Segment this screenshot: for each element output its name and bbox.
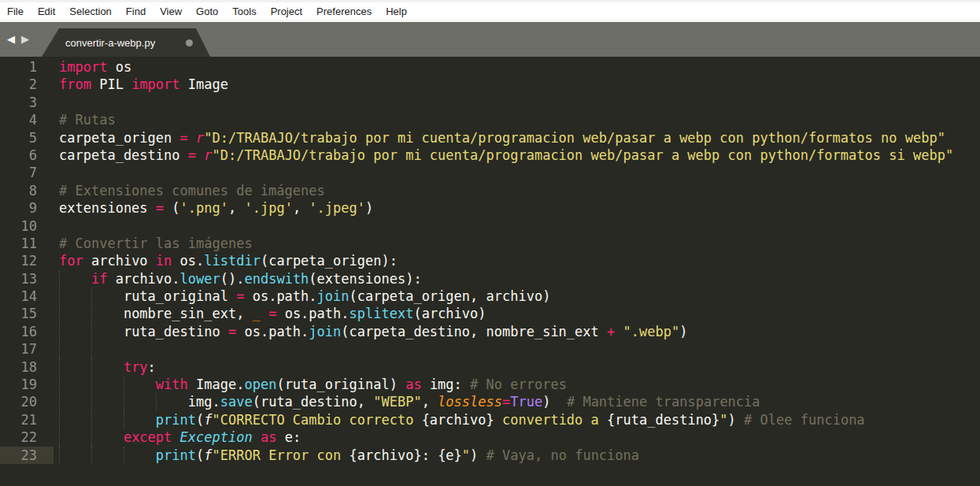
code-line-content: try:	[54, 358, 980, 376]
code-token: (	[164, 200, 179, 216]
tab-title: convertir-a-webp.py	[65, 37, 155, 49]
menu-item-find[interactable]: Find	[119, 6, 153, 17]
code-token: e:	[276, 429, 301, 445]
code-line-content: ruta_destino = os.path.join(carpeta_dest…	[54, 323, 980, 340]
indent-guide	[91, 305, 92, 322]
code-line[interactable]: 23 print(f"ERROR Error con {archivo}: {e…	[0, 447, 980, 464]
code-token: import	[131, 76, 179, 92]
menu-item-help[interactable]: Help	[379, 6, 414, 17]
code-token: "CORRECTO Cambio correcto	[213, 412, 422, 428]
code-line[interactable]: 9extensiones = ('.png', '.jpg', '.jpeg')	[0, 199, 980, 217]
code-token: f	[204, 447, 212, 463]
code-line-content: from PIL import Image	[54, 76, 980, 93]
menu-item-tools[interactable]: Tools	[225, 6, 263, 17]
code-token: ".webp"	[623, 324, 680, 339]
code-line[interactable]: 1import os	[0, 58, 980, 76]
code-line[interactable]: 4# Rutas	[0, 111, 980, 128]
code-token: True	[510, 394, 542, 410]
code-line-content: carpeta_destino = r"D:/TRABAJO/trabajo p…	[54, 147, 980, 164]
code-token: # Vaya, no funciona	[486, 447, 639, 463]
code-line[interactable]: 14 ruta_original = os.path.join(carpeta_…	[0, 288, 980, 305]
file-tab[interactable]: convertir-a-webp.py	[42, 28, 210, 57]
nav-back-icon[interactable]: ◀	[7, 33, 15, 46]
line-number: 10	[0, 217, 54, 235]
code-token: carpeta_origen	[59, 130, 180, 146]
code-line[interactable]: 15 nombre_sin_ext, _ = os.path.splitext(…	[0, 305, 980, 322]
code-token: (	[196, 447, 204, 463]
code-token: in	[156, 253, 172, 269]
line-number: 7	[0, 164, 54, 181]
code-line[interactable]: 18 try:	[0, 358, 980, 376]
code-token: ,	[293, 200, 309, 216]
line-number: 5	[0, 129, 54, 147]
code-line[interactable]: 22 except Exception as e:	[0, 428, 980, 446]
code-line[interactable]: 2from PIL import Image	[0, 76, 980, 93]
menu-item-goto[interactable]: Goto	[189, 6, 225, 17]
menu-item-file[interactable]: File	[0, 6, 31, 17]
code-token: '.jpeg'	[309, 200, 365, 216]
menu-item-edit[interactable]: Edit	[31, 6, 62, 17]
code-line[interactable]: 6carpeta_destino = r"D:/TRABAJO/trabajo …	[0, 147, 980, 164]
editor[interactable]: 1import os2from PIL import Image34# Ruta…	[0, 57, 980, 486]
menu-item-view[interactable]: View	[153, 6, 189, 17]
code-token: :	[422, 447, 438, 463]
code-token: =	[268, 306, 276, 321]
line-number: 8	[0, 182, 54, 199]
code-line[interactable]: 7	[0, 164, 980, 181]
menu-item-project[interactable]: Project	[264, 6, 309, 17]
code-line[interactable]: 10	[0, 217, 980, 235]
code-token: _	[253, 306, 261, 321]
code-line[interactable]: 8# Extensiones comunes de imágenes	[0, 182, 980, 199]
line-number: 16	[0, 323, 54, 340]
code-token: ruta_destino	[124, 324, 228, 339]
code-line-content: with Image.open(ruta_original) as img: #…	[54, 376, 980, 393]
code-line-content: extensiones = ('.png', '.jpg', '.jpeg')	[54, 199, 980, 217]
code-line[interactable]: 5carpeta_origen = r"D:/TRABAJO/trabajo p…	[0, 129, 980, 147]
code-token: img.	[188, 394, 220, 410]
code-token: (ruta_original)	[276, 377, 405, 392]
indent-guide	[91, 288, 92, 305]
code-token: ,	[228, 200, 244, 216]
code-line[interactable]: 21 print(f"CORRECTO Cambio correcto {arc…	[0, 411, 980, 428]
indent-guide	[59, 323, 60, 340]
code-line[interactable]: 3	[0, 94, 980, 111]
line-number: 20	[0, 393, 54, 410]
nav-forward-icon[interactable]: ▶	[21, 33, 29, 46]
code-token: archivo.	[107, 271, 179, 287]
code-line[interactable]: 19 with Image.open(ruta_original) as img…	[0, 376, 980, 393]
line-number: 4	[0, 111, 54, 128]
code-token: os.	[172, 253, 204, 269]
code-token: listdir	[204, 253, 261, 269]
code-token: convertido a	[494, 412, 607, 428]
code-token: os.path.	[236, 324, 309, 339]
code-token: (	[196, 412, 204, 428]
code-line[interactable]: 12for archivo in os.listdir(carpeta_orig…	[0, 252, 980, 269]
indent-guide	[91, 393, 92, 410]
code-token: =	[156, 200, 164, 216]
code-token: "	[462, 447, 470, 463]
line-number: 15	[0, 305, 54, 322]
code-token: (ruta_destino,	[253, 394, 374, 410]
line-number: 12	[0, 252, 54, 269]
code-token: print	[156, 447, 196, 463]
line-number: 1	[0, 58, 54, 76]
code-token: )	[728, 412, 744, 428]
code-token: ,	[422, 394, 438, 410]
indent-guide	[91, 340, 92, 358]
menu-item-selection[interactable]: Selection	[62, 6, 118, 17]
code-line[interactable]: 17	[0, 340, 980, 358]
code-token: # Rutas	[59, 112, 116, 128]
menu-item-preferences[interactable]: Preferences	[309, 6, 379, 17]
code-line-content: # Convertir las imágenes	[54, 235, 980, 252]
code-line[interactable]: 11# Convertir las imágenes	[0, 235, 980, 252]
indent-guide	[91, 447, 92, 464]
code-line[interactable]: 13 if archivo.lower().endswith(extension…	[0, 270, 980, 288]
code-line[interactable]: 20 img.save(ruta_destino, "WEBP", lossle…	[0, 393, 980, 410]
code-token: os.path.	[276, 306, 349, 321]
code-token	[253, 429, 261, 445]
code-token: for	[59, 253, 83, 269]
code-line[interactable]: 16 ruta_destino = os.path.join(carpeta_d…	[0, 323, 980, 340]
code-token: "	[719, 412, 727, 428]
code-token: ruta_original	[124, 288, 236, 304]
indent-guide	[124, 393, 124, 410]
